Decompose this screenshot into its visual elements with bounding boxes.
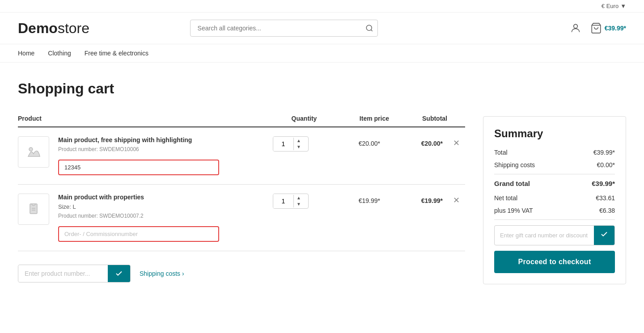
search-button[interactable]	[365, 24, 373, 32]
remove-item-2[interactable]: ✕	[447, 194, 465, 205]
product-name-2: Main product with properties	[58, 194, 259, 201]
page-title: Shopping cart	[18, 80, 465, 97]
summary-row-grand: Grand total €39.99*	[494, 180, 615, 187]
currency-selector[interactable]: € Euro ▼	[602, 3, 626, 9]
summary-label-total: Total	[494, 149, 508, 156]
logo-bold: Demo	[18, 20, 58, 36]
site-logo[interactable]: Demostore	[18, 20, 89, 37]
svg-point-2	[573, 24, 577, 28]
qty-up-2[interactable]: ▲	[294, 195, 304, 201]
summary-value-vat: €6.38	[599, 207, 615, 214]
summary-label-vat: plus 19% VAT	[494, 207, 533, 214]
qty-up-1[interactable]: ▲	[294, 138, 304, 144]
product-number-2: Product number: SWDEMO10007.2	[58, 213, 259, 219]
shipping-arrow-icon: ›	[182, 270, 184, 277]
summary-row-shipping: Shipping costs €0.00*	[494, 161, 615, 169]
commission-input-2[interactable]	[58, 226, 219, 242]
col-header-product-name	[54, 115, 277, 122]
cart-item-2: Main product with properties Size: L Pro…	[18, 185, 465, 251]
item-subtotal-2: €19.99*	[385, 194, 443, 204]
main-content: Shopping cart Product Quantity Item pric…	[0, 63, 644, 302]
cart-bottom: Shipping costs ›	[18, 260, 465, 282]
search-bar	[190, 20, 378, 37]
svg-point-0	[366, 25, 372, 30]
cart-table-header: Product Quantity Item price Subtotal	[18, 110, 465, 127]
shipping-costs-label: Shipping costs	[140, 270, 180, 277]
product-size-2: Size: L	[58, 203, 259, 210]
item-price-1: €20.00*	[322, 136, 380, 147]
col-header-subtotal: Subtotal	[389, 115, 447, 122]
header-actions: €39.99*	[570, 22, 626, 34]
qty-input-2[interactable]	[273, 194, 293, 208]
summary-title: Summary	[494, 127, 615, 140]
summary-row-net: Net total €33.61	[494, 194, 615, 202]
svg-point-4	[29, 148, 33, 151]
cart-amount: €39.99*	[605, 25, 626, 32]
summary-value-total: €39.99*	[593, 149, 615, 156]
summary-row-total: Total €39.99*	[494, 149, 615, 156]
add-product-wrap	[18, 265, 131, 282]
product-name-1: Main product, free shipping with highlig…	[58, 136, 259, 143]
col-header-quantity: Quantity	[277, 115, 331, 122]
qty-down-1[interactable]: ▼	[294, 144, 304, 150]
summary-divider-2	[494, 219, 615, 220]
qty-selector-1: ▲ ▼	[273, 136, 309, 152]
product-image-2	[18, 194, 49, 225]
discount-input[interactable]	[495, 228, 594, 243]
site-header: Demostore €39.99*	[0, 13, 644, 44]
currency-label: € Euro	[602, 3, 619, 9]
svg-line-1	[371, 30, 372, 31]
qty-selector-2: ▲ ▼	[273, 194, 309, 209]
logo-light: store	[58, 20, 89, 36]
item-subtotal-1: €20.00*	[385, 136, 443, 147]
nav-clothing[interactable]: Clothing	[48, 50, 71, 57]
summary-label-grand: Grand total	[494, 180, 530, 187]
account-icon[interactable]	[570, 22, 581, 34]
search-input[interactable]	[190, 20, 378, 37]
item-price-2: €19.99*	[322, 194, 380, 204]
summary-panel: Summary Total €39.99* Shipping costs €0.…	[483, 116, 626, 284]
product-info-2: Main product with properties Size: L Pro…	[58, 194, 259, 242]
product-info-1: Main product, free shipping with highlig…	[58, 136, 259, 175]
add-product-input[interactable]	[18, 266, 108, 282]
add-product-button[interactable]	[108, 265, 130, 282]
cart-section: Shopping cart Product Quantity Item pric…	[18, 80, 465, 284]
main-nav: Home Clothing Free time & electronics	[0, 44, 644, 63]
cart-item-1: Main product, free shipping with highlig…	[18, 127, 465, 185]
currency-arrow-icon: ▼	[620, 3, 626, 9]
qty-down-2[interactable]: ▼	[294, 201, 304, 207]
shipping-costs-link[interactable]: Shipping costs ›	[140, 270, 184, 277]
cart-icon-header[interactable]: €39.99*	[590, 22, 626, 34]
nav-home[interactable]: Home	[18, 50, 34, 57]
product-number-1: Product number: SWDEMO10006	[58, 146, 259, 152]
qty-input-1[interactable]	[273, 137, 293, 151]
summary-value-grand: €39.99*	[592, 180, 615, 187]
remove-item-1[interactable]: ✕	[447, 136, 465, 148]
product-image-1	[18, 136, 49, 168]
summary-divider	[494, 174, 615, 174]
commission-input-1[interactable]	[58, 160, 219, 175]
summary-label-net: Net total	[494, 194, 517, 202]
summary-value-net: €33.61	[596, 194, 615, 202]
summary-row-vat: plus 19% VAT €6.38	[494, 207, 615, 214]
nav-free-time[interactable]: Free time & electronics	[85, 50, 148, 57]
discount-code-row	[494, 225, 615, 245]
col-header-item-price: Item price	[331, 115, 389, 122]
checkout-button[interactable]: Proceed to checkout	[494, 251, 615, 273]
summary-label-shipping: Shipping costs	[494, 161, 535, 169]
top-bar: € Euro ▼	[0, 0, 644, 13]
summary-value-shipping: €0.00*	[597, 161, 615, 169]
discount-confirm-button[interactable]	[594, 226, 614, 245]
col-header-product: Product	[18, 115, 54, 122]
